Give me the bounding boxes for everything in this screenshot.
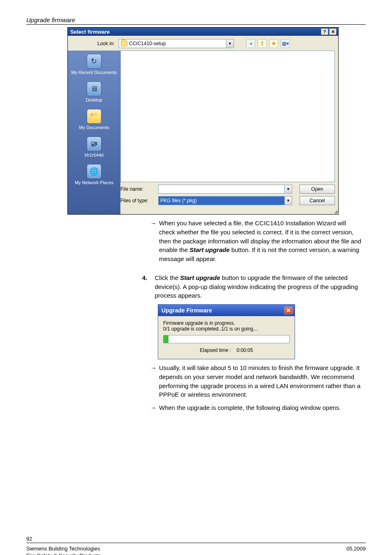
sidebar-item-mydocs[interactable]: 📁 My Documents [79, 109, 109, 130]
chevron-down-icon: ▼ [284, 197, 292, 205]
lookin-dropdown[interactable]: CCIC1410-setup ▼ [119, 39, 234, 48]
arrow-icon: → [150, 403, 157, 412]
lookin-label: Look in: [71, 41, 116, 46]
sidebar-item-network[interactable]: 🌐 My Network Places [75, 164, 113, 185]
computer-icon: 🖳 [87, 136, 101, 151]
new-folder-icon[interactable]: ✚ [269, 39, 278, 48]
step-number: 4. [142, 273, 148, 300]
back-icon[interactable]: ◄ [246, 39, 255, 48]
upgrade-progress-dialog: Upgrade Firmware ✕ Firmware upgrade is i… [158, 304, 295, 359]
sidebar-item-label: Desktop [86, 97, 102, 102]
cancel-button[interactable]: Cancel [300, 196, 335, 205]
progress-title: Upgrade Firmware [161, 307, 212, 314]
progress-text-line1: Firmware upgrade is in progress. [163, 320, 290, 326]
close-icon[interactable]: ✕ [284, 306, 293, 314]
section-heading: Upgrade firmware [26, 16, 366, 25]
file-list-pane[interactable] [120, 51, 335, 182]
file-open-dialog: Select firmware ? ✕ Look in: CCIC1410-se… [67, 27, 339, 215]
sidebar-item-label: kh1r544d [85, 153, 104, 157]
desktop-icon: 🖥 [87, 81, 101, 96]
sidebar-item-label: My Network Places [75, 180, 113, 185]
help-icon[interactable]: ? [321, 28, 328, 35]
sidebar-item-label: My Documents [79, 125, 109, 130]
resize-grip-icon[interactable]: ◢ [120, 209, 338, 214]
close-icon[interactable]: ✕ [329, 28, 337, 35]
network-places-icon: 🌐 [87, 164, 101, 179]
sidebar-item-recent[interactable]: ↻ My Recent Documents [71, 54, 117, 75]
folder-icon [121, 41, 127, 46]
footer-date: 05.2009 [346, 546, 366, 555]
dialog-titlebar: Select firmware ? ✕ [68, 28, 338, 36]
footer-line2: Fire Safety & Security Products [26, 553, 101, 555]
filetype-value: PKG files (*.pkg) [160, 198, 197, 204]
recent-documents-icon: ↻ [87, 54, 101, 69]
documents-icon: 📁 [87, 109, 101, 124]
elapsed-label: Elapsed time : [200, 347, 231, 353]
dialog-title: Select firmware [70, 29, 110, 35]
progress-bar [163, 335, 290, 343]
sidebar-item-computer[interactable]: 🖳 kh1r544d [85, 136, 104, 157]
chevron-down-icon: ▼ [284, 185, 292, 193]
sidebar-item-label: My Recent Documents [71, 70, 117, 75]
paragraph-text: When you have selected a file, the CCIC1… [159, 219, 362, 264]
progress-text-line2: 0/1 upgrade is completed..1/1 is on goin… [163, 326, 290, 332]
filename-input[interactable]: ▼ [158, 185, 292, 194]
arrow-icon: → [150, 363, 157, 399]
views-menu-icon[interactable]: ▦▾ [281, 39, 290, 48]
filetype-dropdown[interactable]: PKG files (*.pkg) ▼ [158, 196, 292, 205]
filename-label: File name: [120, 186, 156, 192]
footer-line1: Siemens Building Technologies [26, 546, 101, 552]
progress-fill [164, 335, 168, 343]
paragraph-text: Usually, it will take about 5 to 10 minu… [159, 363, 362, 399]
filetype-label: Files of type: [120, 198, 156, 204]
chevron-down-icon: ▼ [226, 39, 233, 48]
up-one-level-icon[interactable]: ↥ [258, 39, 267, 48]
places-sidebar: ↻ My Recent Documents 🖥 Desktop 📁 My Doc… [68, 51, 120, 214]
lookin-value: CCIC1410-setup [129, 41, 166, 46]
open-button[interactable]: Open [300, 185, 335, 194]
elapsed-value: 0:00:05 [237, 347, 253, 353]
paragraph-text: When the upgrade is complete, the follow… [159, 403, 341, 412]
step-text: Click the Start upgrade button to upgrad… [155, 273, 362, 300]
arrow-icon: → [150, 219, 157, 264]
sidebar-item-desktop[interactable]: 🖥 Desktop [86, 81, 102, 102]
page-number: 92 [26, 536, 366, 542]
